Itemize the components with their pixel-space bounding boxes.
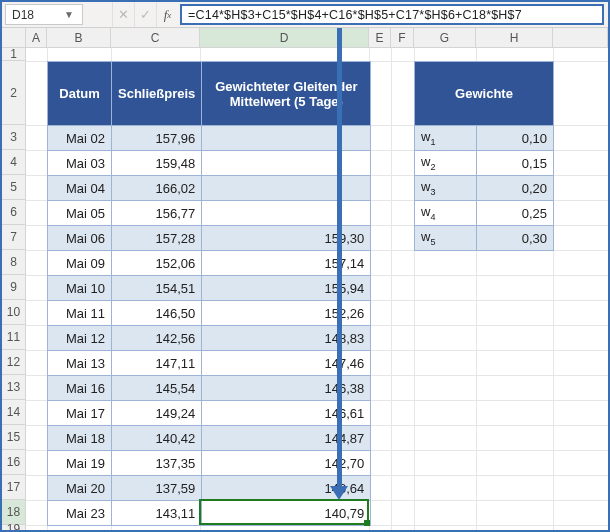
table-row[interactable]: Mai 16145,54146,38 [48, 376, 371, 401]
weight-label[interactable]: w3 [415, 176, 477, 201]
col-header-F[interactable]: F [391, 28, 414, 47]
table-row[interactable]: Mai 13147,11147,46 [48, 351, 371, 376]
cell-preis[interactable]: 149,24 [112, 401, 202, 426]
cell-datum[interactable]: Mai 04 [48, 176, 112, 201]
cell-preis[interactable]: 156,77 [112, 201, 202, 226]
table-row[interactable]: Mai 06157,28159,30 [48, 226, 371, 251]
weight-label[interactable]: w5 [415, 226, 477, 251]
table-row[interactable]: Mai 11146,50152,26 [48, 301, 371, 326]
table-row[interactable]: Mai 05156,77 [48, 201, 371, 226]
table-row[interactable]: Mai 04166,02 [48, 176, 371, 201]
table-row[interactable]: Mai 23143,11140,79 [48, 501, 371, 526]
row-header-15[interactable]: 15 [2, 425, 25, 450]
cell-datum[interactable]: Mai 05 [48, 201, 112, 226]
row-header-12[interactable]: 12 [2, 350, 25, 375]
row-header-7[interactable]: 7 [2, 225, 25, 250]
chevron-down-icon[interactable]: ▼ [62, 9, 76, 20]
row-header-8[interactable]: 8 [2, 250, 25, 275]
cell-mittelwert[interactable]: 157,14 [202, 251, 371, 276]
weight-value[interactable]: 0,30 [477, 226, 554, 251]
cell-datum[interactable]: Mai 18 [48, 426, 112, 451]
cell-datum[interactable]: Mai 20 [48, 476, 112, 501]
row-header-2[interactable]: 2 [2, 61, 25, 125]
table-row[interactable]: w50,30 [415, 226, 554, 251]
table-row[interactable]: Mai 20137,59140,64 [48, 476, 371, 501]
weight-value[interactable]: 0,10 [477, 126, 554, 151]
cell-datum[interactable]: Mai 02 [48, 126, 112, 151]
cell-preis[interactable]: 143,11 [112, 501, 202, 526]
cell-mittelwert[interactable]: 155,94 [202, 276, 371, 301]
cell-mittelwert[interactable]: 159,30 [202, 226, 371, 251]
cell-mittelwert[interactable] [202, 176, 371, 201]
cell-mittelwert[interactable] [202, 126, 371, 151]
cell-datum[interactable]: Mai 23 [48, 501, 112, 526]
weight-label[interactable]: w4 [415, 201, 477, 226]
table-row[interactable]: w10,10 [415, 126, 554, 151]
row-header-1[interactable]: 1 [2, 48, 25, 61]
cell-preis[interactable]: 157,28 [112, 226, 202, 251]
cell-datum[interactable]: Mai 13 [48, 351, 112, 376]
row-header-14[interactable]: 14 [2, 400, 25, 425]
cell-preis[interactable]: 147,11 [112, 351, 202, 376]
row-header-4[interactable]: 4 [2, 150, 25, 175]
table-row[interactable]: Mai 10154,51155,94 [48, 276, 371, 301]
row-header-9[interactable]: 9 [2, 275, 25, 300]
cell-mittelwert[interactable] [202, 201, 371, 226]
cell-preis[interactable]: 152,06 [112, 251, 202, 276]
col-header-D[interactable]: D [200, 28, 369, 47]
col-header-B[interactable]: B [47, 28, 111, 47]
weight-value[interactable]: 0,20 [477, 176, 554, 201]
cell-datum[interactable]: Mai 03 [48, 151, 112, 176]
weight-value[interactable]: 0,25 [477, 201, 554, 226]
cell-datum[interactable]: Mai 19 [48, 451, 112, 476]
row-header-5[interactable]: 5 [2, 175, 25, 200]
weight-label[interactable]: w2 [415, 151, 477, 176]
cell-mittelwert[interactable]: 140,79 [202, 501, 371, 526]
cell-preis[interactable]: 146,50 [112, 301, 202, 326]
table-row[interactable]: w30,20 [415, 176, 554, 201]
cell-mittelwert[interactable]: 148,83 [202, 326, 371, 351]
table-row[interactable]: w40,25 [415, 201, 554, 226]
cell-mittelwert[interactable]: 147,46 [202, 351, 371, 376]
table-row[interactable]: Mai 02157,96 [48, 126, 371, 151]
cell-mittelwert[interactable] [202, 151, 371, 176]
row-header-19[interactable]: 19 [2, 525, 25, 530]
row-header-11[interactable]: 11 [2, 325, 25, 350]
worksheet[interactable]: Datum Schließpreis Gewichteter Gleitende… [26, 48, 608, 530]
col-header-H[interactable]: H [476, 28, 553, 47]
row-header-10[interactable]: 10 [2, 300, 25, 325]
formula-input[interactable]: =C14*$H$3+C15*$H$4+C16*$H$5+C17*$H$6+C18… [180, 4, 604, 25]
cell-preis[interactable]: 159,48 [112, 151, 202, 176]
select-all-corner[interactable] [2, 28, 26, 47]
cell-datum[interactable]: Mai 16 [48, 376, 112, 401]
col-header-C[interactable]: C [111, 28, 200, 47]
cell-mittelwert[interactable]: 144,87 [202, 426, 371, 451]
cell-datum[interactable]: Mai 09 [48, 251, 112, 276]
row-header-17[interactable]: 17 [2, 475, 25, 500]
table-row[interactable]: Mai 09152,06157,14 [48, 251, 371, 276]
cell-datum[interactable]: Mai 17 [48, 401, 112, 426]
cell-preis[interactable]: 137,59 [112, 476, 202, 501]
weight-label[interactable]: w1 [415, 126, 477, 151]
cell-datum[interactable]: Mai 06 [48, 226, 112, 251]
table-row[interactable]: w20,15 [415, 151, 554, 176]
weight-value[interactable]: 0,15 [477, 151, 554, 176]
name-box[interactable]: D18 ▼ [5, 4, 83, 25]
table-row[interactable]: Mai 03159,48 [48, 151, 371, 176]
row-header-13[interactable]: 13 [2, 375, 25, 400]
table-row[interactable]: Mai 12142,56148,83 [48, 326, 371, 351]
row-header-6[interactable]: 6 [2, 200, 25, 225]
fx-icon[interactable]: fx [156, 2, 178, 27]
col-header-A[interactable]: A [26, 28, 47, 47]
table-row[interactable]: Mai 18140,42144,87 [48, 426, 371, 451]
cell-datum[interactable]: Mai 11 [48, 301, 112, 326]
col-header-E[interactable]: E [369, 28, 391, 47]
check-icon[interactable]: ✓ [134, 2, 156, 27]
cell-datum[interactable]: Mai 12 [48, 326, 112, 351]
table-row[interactable]: Mai 19137,35142,70 [48, 451, 371, 476]
cell-preis[interactable]: 157,96 [112, 126, 202, 151]
cell-preis[interactable]: 140,42 [112, 426, 202, 451]
cell-preis[interactable]: 166,02 [112, 176, 202, 201]
cell-mittelwert[interactable]: 146,38 [202, 376, 371, 401]
col-header-G[interactable]: G [414, 28, 476, 47]
